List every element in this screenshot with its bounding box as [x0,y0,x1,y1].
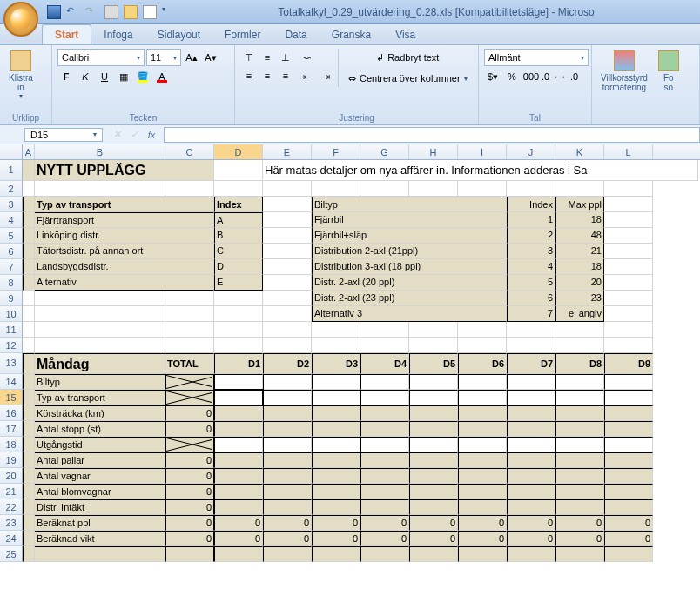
cell[interactable] [35,291,165,306]
cell[interactable] [555,437,604,452]
cell[interactable] [23,212,35,228]
cell[interactable] [312,437,360,452]
cell[interactable]: 18 [555,259,604,275]
cell[interactable] [312,181,360,197]
cell[interactable] [312,374,360,390]
new-icon[interactable] [143,5,157,19]
underline-button[interactable]: U [96,68,113,85]
cell[interactable] [23,338,35,353]
cell[interactable]: 0 [360,515,409,531]
cell[interactable] [458,499,507,515]
row-header-18[interactable]: 18 [0,437,23,452]
cell[interactable]: 0 [409,515,458,531]
cell[interactable] [409,499,458,515]
cell[interactable] [263,546,312,562]
align-center-button[interactable]: ≡ [259,67,276,84]
cell[interactable] [263,291,312,306]
row-header-11[interactable]: 11 [0,322,23,338]
cell[interactable] [360,390,409,405]
font-color-button[interactable]: A [153,68,171,85]
cell[interactable]: Alternativ 3 [312,306,507,322]
cell[interactable] [458,374,507,390]
cell[interactable] [214,468,263,484]
cell[interactable] [35,338,165,353]
print-icon[interactable] [104,5,118,19]
align-middle-button[interactable]: ≡ [259,49,276,66]
cell[interactable] [214,374,263,390]
cell[interactable] [312,322,360,338]
cell[interactable] [214,181,263,197]
cell[interactable]: Antal pallar [35,452,165,468]
cell[interactable] [458,468,507,484]
cell[interactable]: D1 [214,353,263,374]
cell[interactable] [23,259,35,275]
percent-button[interactable]: % [503,68,521,85]
cell[interactable]: Beräknat ppl [35,515,165,531]
cell[interactable] [604,322,653,338]
row-header-4[interactable]: 4 [0,212,23,228]
enter-icon[interactable]: ✓ [125,127,143,143]
redo-icon[interactable]: ↷ [85,5,99,19]
cell[interactable] [23,515,35,531]
cell[interactable] [604,390,653,405]
cell[interactable]: 18 [555,212,604,228]
cell[interactable] [35,546,165,562]
row-header-7[interactable]: 7 [0,259,23,275]
cell[interactable] [409,468,458,484]
align-left-button[interactable]: ≡ [240,67,258,84]
cell[interactable] [507,181,555,197]
cell[interactable] [263,374,312,390]
cell[interactable] [312,405,360,421]
tab-data[interactable]: Data [273,25,319,44]
cell[interactable] [604,259,653,275]
cell[interactable] [165,374,214,390]
cell[interactable]: 5 [507,275,555,291]
cell[interactable] [263,197,312,212]
cell[interactable] [458,390,507,405]
cell[interactable] [555,338,604,353]
cell[interactable]: 0 [214,531,263,546]
cell[interactable]: C [214,244,263,259]
merge-center-button[interactable]: ⇔Centrera över kolumner▾ [344,70,472,87]
cell[interactable] [214,421,263,437]
cell[interactable]: Distribution 2-axl (21ppl) [312,244,507,259]
cell[interactable] [555,181,604,197]
cell[interactable]: Beräknad vikt [35,531,165,546]
cell[interactable] [165,437,214,452]
cell[interactable]: Max ppl [555,197,604,212]
cell[interactable] [458,338,507,353]
number-format-combo[interactable]: Allmänt▾ [484,49,589,66]
col-header-F[interactable]: F [312,144,360,159]
cell[interactable]: Landsbygdsdistr. [35,259,214,275]
row-header-5[interactable]: 5 [0,228,23,244]
row-header-2[interactable]: 2 [0,181,23,197]
italic-button[interactable]: K [77,68,94,85]
cell[interactable] [23,275,35,291]
cell[interactable] [214,452,263,468]
cell[interactable] [360,546,409,562]
cell[interactable] [555,484,604,499]
align-right-button[interactable]: ≡ [277,67,294,84]
cell[interactable] [507,390,555,405]
tab-sidlayout[interactable]: Sidlayout [145,25,212,44]
cell[interactable]: 0 [507,531,555,546]
cell[interactable] [23,322,35,338]
cell[interactable]: A [214,212,263,228]
cell[interactable] [409,374,458,390]
col-header-A[interactable]: A [23,144,35,159]
cell[interactable]: Linköping distr. [35,228,214,244]
cell[interactable] [360,181,409,197]
cell[interactable] [23,484,35,499]
inc-decimal-button[interactable]: .0→ [542,68,559,85]
row-header-3[interactable]: 3 [0,197,23,212]
cell[interactable] [555,499,604,515]
cell[interactable]: E [214,275,263,291]
cell[interactable] [23,546,35,562]
cell[interactable] [360,421,409,437]
cell[interactable] [458,421,507,437]
name-box[interactable]: D15▾ [24,128,103,142]
cell[interactable] [263,275,312,291]
cell[interactable] [507,374,555,390]
cell[interactable] [214,405,263,421]
cell[interactable] [604,228,653,244]
